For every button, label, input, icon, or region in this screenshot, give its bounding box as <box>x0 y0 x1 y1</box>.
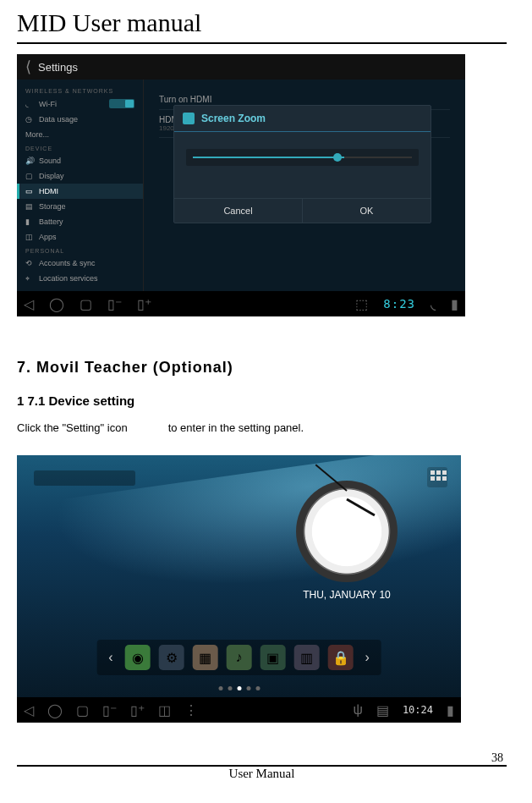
back-icon[interactable]: ⟨ <box>25 58 31 76</box>
dock-app-browser[interactable]: ◉ <box>125 645 151 670</box>
sidebar-item-more[interactable]: More... <box>17 127 143 142</box>
sidebar-item-label: Storage <box>39 202 66 211</box>
notification-sd-icon[interactable]: ▤ <box>376 702 389 718</box>
page-footer: 38 User Manual <box>17 751 507 781</box>
screen-zoom-dialog: Screen Zoom Cancel OK <box>173 105 431 223</box>
subsection-heading: 1 7.1 Device setting <box>17 393 507 408</box>
wifi-icon: ◟ <box>25 100 34 108</box>
nav-back-icon[interactable]: ◁ <box>24 296 34 312</box>
doc-title: MID User manual <box>17 8 507 37</box>
hdmi-icon: ▭ <box>25 187 34 195</box>
footer-label: User Manual <box>17 767 507 781</box>
nav-recent-icon[interactable]: ▢ <box>80 296 92 312</box>
sidebar-section-device: DEVICE <box>17 142 143 153</box>
dock-app-gallery[interactable]: ▦ <box>193 645 218 670</box>
clock-date: THU, JANUARY 10 <box>266 589 427 601</box>
sidebar-item-location[interactable]: ⌖ Location services <box>17 271 143 286</box>
location-icon: ⌖ <box>25 274 34 283</box>
nav-home-icon[interactable]: ◯ <box>47 702 63 718</box>
dock-app-market[interactable]: ▣ <box>261 645 286 670</box>
display-icon: ▢ <box>25 172 34 180</box>
sidebar-item-label: Accounts & sync <box>39 259 96 267</box>
apps-icon: ◫ <box>25 233 34 241</box>
dock-app-music[interactable]: ♪ <box>227 645 252 670</box>
sidebar-item-data-usage[interactable]: ◷ Data usage <box>17 112 143 127</box>
nav-volup-icon[interactable]: ▯⁺ <box>137 296 151 312</box>
dock-app-lock[interactable]: 🔒 <box>328 645 354 670</box>
status-wifi-icon: ◟ <box>431 296 436 312</box>
sidebar-item-label: More... <box>25 130 49 139</box>
app-dock: ‹ ◉⚙▦♪▣▥🔒 › <box>96 640 381 675</box>
zoom-icon <box>183 113 195 124</box>
sound-icon: 🔊 <box>25 157 34 165</box>
analog-clock-face <box>296 481 398 582</box>
body-text: Click the "Setting" icon to enter in the… <box>17 420 507 435</box>
screenshot-homescreen: THU, JANUARY 10 ‹ ◉⚙▦♪▣▥🔒 › ◁ ◯ ▢ ▯⁻ ▯⁺ … <box>17 455 461 723</box>
ok-button[interactable]: OK <box>303 199 431 223</box>
sidebar-section-wireless: WIRELESS & NETWORKS <box>17 85 143 96</box>
nav-back-icon[interactable]: ◁ <box>24 702 34 718</box>
nav-home-icon[interactable]: ◯ <box>49 296 64 312</box>
storage-icon: ▤ <box>25 202 34 211</box>
clock-widget[interactable]: THU, JANUARY 10 <box>266 481 427 616</box>
settings-topbar: ⟨ Settings <box>17 54 465 80</box>
status-battery-icon: ▮ <box>451 296 458 312</box>
data-usage-icon: ◷ <box>25 115 34 124</box>
nav-recent-icon[interactable]: ▢ <box>76 702 89 718</box>
content-label: Turn on HDMI <box>159 95 211 104</box>
notification-icon[interactable]: ⬚ <box>355 296 368 312</box>
sidebar-item-label: Apps <box>39 233 57 241</box>
dock-next-icon[interactable]: › <box>362 650 373 665</box>
dialog-title: Screen Zoom <box>201 113 266 124</box>
wifi-toggle[interactable] <box>109 99 134 108</box>
sidebar-section-personal: PERSONAL <box>17 245 143 256</box>
search-widget[interactable] <box>34 470 135 486</box>
body-prefix: Click the "Setting" icon <box>17 421 128 434</box>
cancel-button[interactable]: Cancel <box>174 199 303 223</box>
dock-app-calendar[interactable]: ▥ <box>294 645 320 670</box>
sidebar-item-battery[interactable]: ▮ Battery <box>17 214 143 229</box>
settings-app-icon <box>133 420 163 435</box>
nav-voldown-icon[interactable]: ▯⁻ <box>107 296 122 312</box>
nav-screenshot-icon[interactable]: ◫ <box>158 702 171 718</box>
body-suffix: to enter in the setting panel. <box>168 421 304 434</box>
status-clock: 8:23 <box>383 297 415 311</box>
sidebar-item-sound[interactable]: 🔊 Sound <box>17 153 143 168</box>
system-navbar: ◁ ◯ ▢ ▯⁻ ▯⁺ ⬚ 8:23 ◟ ▮ <box>17 291 465 316</box>
page-indicator <box>218 686 260 690</box>
sidebar-item-apps[interactable]: ◫ Apps <box>17 229 143 245</box>
notification-usb-icon[interactable]: ψ <box>353 702 362 718</box>
status-clock: 10:24 <box>403 704 433 716</box>
screenshot-settings: ⟨ Settings WIRELESS & NETWORKS ◟ Wi-Fi ◷… <box>17 54 465 316</box>
dock-app-settings[interactable]: ⚙ <box>159 645 184 670</box>
system-navbar-home: ◁ ◯ ▢ ▯⁻ ▯⁺ ◫ ⋮ ψ ▤ 10:24 ▮ <box>17 697 461 723</box>
top-divider <box>17 42 507 44</box>
battery-icon: ▮ <box>25 217 34 226</box>
nav-voldown-icon[interactable]: ▯⁻ <box>102 702 117 718</box>
sidebar-item-label: Data usage <box>39 115 78 124</box>
settings-title: Settings <box>38 61 78 74</box>
sync-icon: ⟲ <box>25 259 34 267</box>
settings-sidebar: WIRELESS & NETWORKS ◟ Wi-Fi ◷ Data usage… <box>17 80 144 291</box>
zoom-slider[interactable] <box>186 149 419 166</box>
sidebar-item-accounts[interactable]: ⟲ Accounts & sync <box>17 256 143 271</box>
nav-volup-icon[interactable]: ▯⁺ <box>130 702 145 718</box>
status-battery-icon: ▮ <box>447 702 454 718</box>
sidebar-item-label: Sound <box>39 157 61 165</box>
sidebar-item-label: HDMI <box>39 187 58 195</box>
sidebar-item-label: Location services <box>39 274 98 283</box>
sidebar-item-label: Wi-Fi <box>39 100 57 108</box>
sidebar-item-hdmi[interactable]: ▭ HDMI <box>17 184 143 199</box>
dialog-title-row: Screen Zoom <box>174 106 431 132</box>
apps-drawer-button[interactable] <box>427 467 447 487</box>
section-heading: 7. Movil Teacher (Optional) <box>17 359 507 377</box>
sidebar-item-label: Battery <box>39 217 63 226</box>
sidebar-item-label: Display <box>39 172 64 180</box>
sidebar-item-storage[interactable]: ▤ Storage <box>17 199 143 214</box>
nav-menu-icon[interactable]: ⋮ <box>184 702 198 718</box>
sidebar-item-wifi[interactable]: ◟ Wi-Fi <box>17 96 143 112</box>
sidebar-item-display[interactable]: ▢ Display <box>17 168 143 184</box>
page-number: 38 <box>491 751 507 765</box>
dock-prev-icon[interactable]: ‹ <box>105 650 116 665</box>
